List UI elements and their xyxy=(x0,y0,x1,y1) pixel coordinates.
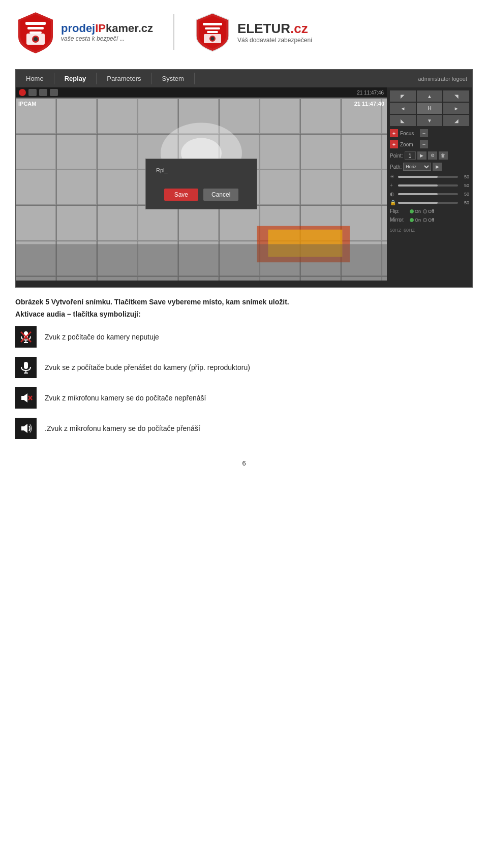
ptz-down[interactable]: ▼ xyxy=(417,115,443,126)
audio-item-text-1: Zvuk z počítače do kamery neputuje xyxy=(45,333,159,341)
audio-item-text-2: Zvuk se z počítače bude přenášet do kame… xyxy=(45,363,250,371)
toolbar-timestamp: 21 11:47:46 xyxy=(357,90,384,96)
logo-tagline-left: vaše cesta k bezpečí ... xyxy=(61,35,153,42)
frequency-row: 50HZ 60HZ xyxy=(390,228,469,233)
camera-area: 21 11:47:46 xyxy=(16,87,472,281)
save-dialog: Rpl_ Save Cancel xyxy=(145,159,257,209)
zoom-label: Zoom xyxy=(400,142,418,147)
slider-saturation: ◐ 50 xyxy=(390,191,469,197)
saturation-fill xyxy=(398,193,438,195)
audio-title: Aktivace audia – tlačítka symbolizují: xyxy=(15,310,473,318)
point-delete-btn[interactable]: 🗑 xyxy=(439,151,448,160)
mirror-off-option[interactable]: Off xyxy=(423,218,434,223)
slider-brightness: ☀ 50 xyxy=(390,174,469,179)
svg-rect-6 xyxy=(203,23,222,25)
logo-text-right: ELETUR.cz Váš dodavatel zabezpečení xyxy=(237,21,312,44)
logo-sub-right: Váš dodavatel zabezpečení xyxy=(237,37,312,44)
ptz-arrows: ◤ ▲ ◥ ◄ H ► ◣ ▼ ◢ xyxy=(390,90,469,126)
focus-plus-btn[interactable]: + xyxy=(390,129,398,137)
saturation-track xyxy=(398,193,458,195)
caption-area: Obrázek 5 Vytvoření snímku. Tlačítkem Sa… xyxy=(15,298,473,318)
ptz-center[interactable]: H xyxy=(417,103,443,114)
nav-replay[interactable]: Replay xyxy=(54,73,97,84)
path-select[interactable]: Horiz Vert Custom xyxy=(403,163,431,171)
flip-off-option[interactable]: Off xyxy=(423,209,434,214)
brightness-icon: ☀ xyxy=(390,174,396,179)
point-label: Point: xyxy=(390,153,403,159)
svg-rect-2 xyxy=(29,32,42,34)
header: prodejIPkamer.cz vaše cesta k bezpečí ..… xyxy=(0,0,488,64)
mirror-on-option[interactable]: On xyxy=(410,218,421,223)
point-settings-btn[interactable]: ⚙ xyxy=(428,151,437,160)
point-play-btn[interactable]: ▶ xyxy=(417,151,426,160)
mirror-label: Mirror: xyxy=(390,217,408,223)
svg-marker-30 xyxy=(21,393,27,402)
zoom-plus-btn[interactable]: + xyxy=(390,140,398,148)
save-note: Tlačítkem Save vybereme místo, kam sníme… xyxy=(114,298,289,306)
ptz-left[interactable]: ◄ xyxy=(390,103,416,114)
ptz-sidebar: ◤ ▲ ◥ ◄ H ► ◣ ▼ ◢ + Focus − + Zoom − xyxy=(387,87,472,281)
nav-right-info: administrator logout xyxy=(418,76,472,82)
slider-contrast: + 50 xyxy=(390,182,469,188)
nav-system[interactable]: System xyxy=(152,73,195,84)
path-row: Path: Horiz Vert Custom ▶ xyxy=(390,163,469,171)
record-btn[interactable] xyxy=(19,89,26,96)
list-item: Zvuk se z počítače bude přenášet do kame… xyxy=(15,357,473,378)
mirror-on-dot xyxy=(410,218,414,222)
toolbar-btn-1[interactable] xyxy=(28,89,37,96)
ptz-up-right[interactable]: ◥ xyxy=(443,90,469,102)
figure-caption: Obrázek 5 Vytvoření snímku. Tlačítkem Sa… xyxy=(15,298,473,306)
svg-rect-0 xyxy=(25,22,46,25)
dialog-buttons: Save Cancel xyxy=(156,189,247,201)
svg-rect-21 xyxy=(16,244,387,281)
brightness-fill xyxy=(398,176,438,178)
contrast-val: 50 xyxy=(460,183,469,188)
mic-on-icon-box xyxy=(15,357,37,378)
saturation-val: 50 xyxy=(460,192,469,197)
flip-on-label: On xyxy=(415,209,421,214)
toolbar-btn-2[interactable] xyxy=(39,89,47,96)
sharpness-icon: 🔒 xyxy=(390,200,396,205)
nav-home[interactable]: Home xyxy=(16,73,54,84)
saturation-icon: ◐ xyxy=(390,191,396,197)
flip-on-option[interactable]: On xyxy=(410,209,421,214)
svg-marker-33 xyxy=(21,424,27,433)
mic-off-icon xyxy=(19,330,33,344)
toolbar-row: 21 11:47:46 xyxy=(16,87,387,98)
toolbar-btn-3[interactable] xyxy=(50,89,58,96)
ptz-right[interactable]: ► xyxy=(443,103,469,114)
cancel-button[interactable]: Cancel xyxy=(203,189,238,201)
brightness-val: 50 xyxy=(460,174,469,179)
header-divider xyxy=(173,14,174,50)
flip-off-label: Off xyxy=(428,209,434,214)
path-play-btn[interactable]: ▶ xyxy=(433,163,442,171)
audio-item-text-4-content: Zvuk z mikrofonu kamery se do počítače p… xyxy=(47,424,200,432)
mirror-row: Mirror: On Off xyxy=(390,217,469,223)
svg-rect-8 xyxy=(207,31,218,33)
ptz-down-left[interactable]: ◣ xyxy=(390,115,416,126)
save-button[interactable]: Save xyxy=(164,189,198,201)
mirror-off-label: Off xyxy=(428,218,434,223)
camera-timestamp: 21 11:47:40 xyxy=(354,101,384,107)
sharpness-track xyxy=(398,202,458,204)
ptz-up[interactable]: ▲ xyxy=(417,90,443,102)
ptz-up-left[interactable]: ◤ xyxy=(390,90,416,102)
flip-on-dot xyxy=(410,209,414,213)
speaker-off-icon xyxy=(19,391,33,405)
flip-off-dot xyxy=(423,209,427,213)
ptz-down-right[interactable]: ◢ xyxy=(443,115,469,126)
nav-parameters[interactable]: Parameters xyxy=(97,73,151,84)
speaker-off-icon-box xyxy=(15,387,37,409)
brand-name-right: ELETUR.cz xyxy=(237,21,312,37)
focus-label: Focus xyxy=(400,131,418,136)
zoom-row: + Zoom − xyxy=(390,140,469,148)
focus-minus-btn[interactable]: − xyxy=(420,129,428,137)
audio-item-text-3: Zvuk z mikrofonu kamery se do počítače n… xyxy=(45,394,206,402)
shield-icon-left xyxy=(15,9,56,55)
flip-label: Flip: xyxy=(390,208,408,214)
svg-rect-7 xyxy=(205,27,220,29)
zoom-minus-btn[interactable]: − xyxy=(420,140,428,148)
audio-item-text-4: .Zvuk z mikrofonu kamery se do počítače … xyxy=(45,424,200,432)
point-input[interactable] xyxy=(405,151,416,160)
speaker-on-icon-box xyxy=(15,418,37,439)
